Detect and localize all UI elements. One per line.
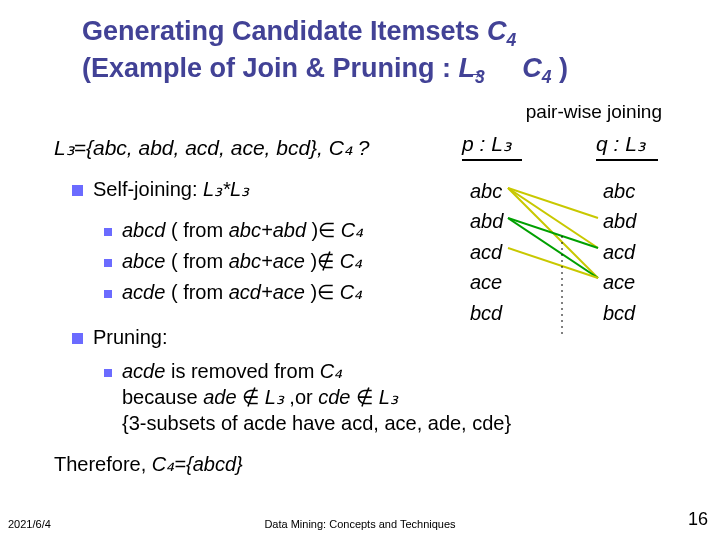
footer-page-number: 16 xyxy=(688,509,708,530)
q-underline xyxy=(596,159,658,161)
list-item: abc xyxy=(603,176,636,206)
list-item: bcd xyxy=(470,298,503,328)
q-label: q : L₃ xyxy=(596,132,645,156)
pruning-body: acde is removed from C₄ because ade ∉ L₃… xyxy=(104,358,511,436)
list-item: acd xyxy=(470,237,503,267)
list-item: abc xyxy=(470,176,503,206)
svg-line-5 xyxy=(508,248,598,278)
list-item: abce ( from abc+ace )∉ C₄ xyxy=(104,246,363,277)
svg-line-0 xyxy=(508,188,598,218)
list-item: acd xyxy=(603,237,636,267)
prune-line-2: because ade ∉ L₃ ,or cde ∉ L₃ xyxy=(104,384,511,410)
svg-line-4 xyxy=(508,218,598,278)
bullet-icon xyxy=(104,228,112,236)
slide-title: Generating Candidate Itemsets C4 (Exampl… xyxy=(82,15,568,89)
list-item: ace xyxy=(470,267,503,297)
prune-line-3: {3-subsets of acde have acd, ace, ade, c… xyxy=(104,410,511,436)
list-item: ace xyxy=(603,267,636,297)
list-item: acde ( from acd+ace )∈ C₄ xyxy=(104,277,363,308)
p-label: p : L₃ xyxy=(462,132,511,156)
title-c4: C4 xyxy=(487,16,516,46)
svg-line-2 xyxy=(508,188,598,278)
bullet-icon xyxy=(104,290,112,298)
list-item: abd xyxy=(470,206,503,236)
p-column: abc abd acd ace bcd xyxy=(470,176,503,328)
join-candidate-list: abcd ( from abc+abd )∈ C₄ abce ( from ab… xyxy=(104,215,363,308)
selfjoin-heading: Self-joining: L₃*L₃ xyxy=(72,177,249,201)
bullet-icon xyxy=(104,259,112,267)
therefore-line: Therefore, C₄={abcd} xyxy=(54,452,243,476)
pruning-heading: Pruning: xyxy=(72,326,168,349)
l3-set: L₃={abc, abd, acd, ace, bcd}, C₄ ? xyxy=(54,136,369,160)
pairwise-label: pair-wise joining xyxy=(526,101,662,123)
arrow-icon: → xyxy=(460,58,486,89)
title-text-2: (Example of Join & Pruning : xyxy=(82,53,459,83)
footer-title: Data Mining: Concepts and Techniques xyxy=(0,518,720,530)
prune-line-1: acde is removed from C₄ xyxy=(104,358,511,384)
p-underline xyxy=(462,159,522,161)
svg-line-1 xyxy=(508,188,598,248)
bullet-icon xyxy=(104,369,112,377)
title-text-1: Generating Candidate Itemsets xyxy=(82,16,487,46)
q-column: abc abd acd ace bcd xyxy=(603,176,636,328)
bullet-icon xyxy=(72,333,83,344)
list-item: abcd ( from abc+abd )∈ C₄ xyxy=(104,215,363,246)
list-item: bcd xyxy=(603,298,636,328)
svg-line-3 xyxy=(508,218,598,248)
list-item: abd xyxy=(603,206,636,236)
bullet-icon xyxy=(72,185,83,196)
title-c4b: C4 xyxy=(522,53,551,83)
